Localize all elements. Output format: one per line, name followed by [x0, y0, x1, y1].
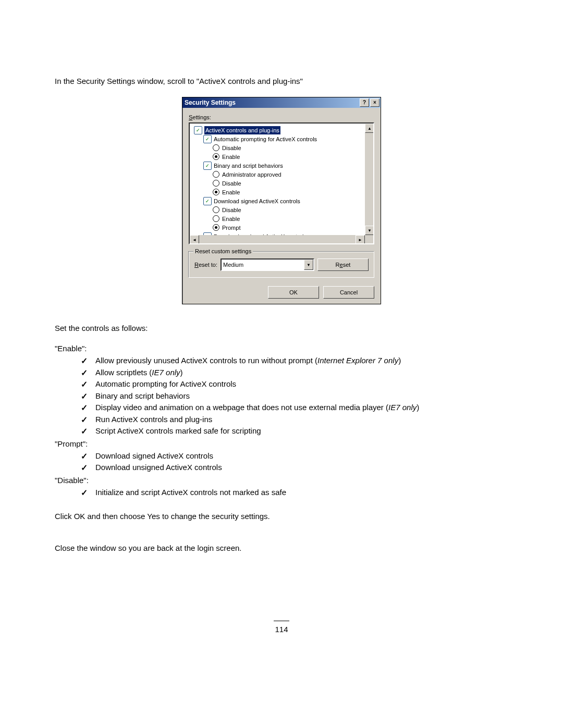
close-button[interactable]: ×	[370, 98, 380, 107]
tree-category[interactable]: Automatic prompting for ActiveX controls	[194, 134, 372, 143]
scroll-up-button[interactable]: ▲	[365, 124, 374, 133]
reset-button[interactable]: Reset	[317, 258, 369, 271]
dialog-titlebar: Security Settings ? ×	[182, 97, 381, 108]
tree-root-label: ActiveX controls and plug-ins	[204, 126, 280, 134]
radio-icon	[213, 144, 219, 151]
close-window-text: Close the window so you are back at the …	[55, 542, 508, 553]
list-item: Script ActiveX controls marked safe for …	[81, 425, 508, 437]
settings-label: Settings:	[189, 114, 374, 120]
disable-list: Initialize and script ActiveX controls n…	[55, 487, 508, 499]
tree-category[interactable]: Download signed ActiveX controls	[194, 196, 372, 205]
radio-icon	[213, 189, 219, 195]
radio-option[interactable]: Disable	[194, 205, 372, 214]
intro-text: In the Security Settings window, scroll …	[55, 76, 508, 87]
settings-tree[interactable]: ActiveX controls and plug-ins Automatic …	[189, 122, 374, 244]
tree-category[interactable]: ActiveX controls and plug-ins	[194, 126, 372, 134]
radio-option[interactable]: Enable	[194, 214, 372, 223]
tree-label: Automatic prompting for ActiveX controls	[214, 135, 317, 143]
page-number: 114	[275, 625, 288, 634]
gear-icon	[194, 126, 202, 134]
radio-option[interactable]: Disable	[194, 143, 372, 152]
disable-heading: "Disable":	[55, 476, 508, 485]
cancel-button[interactable]: Cancel	[323, 286, 374, 299]
ok-button[interactable]: OK	[268, 286, 319, 299]
reset-fieldset: Reset custom settings Reset to: Medium ▼…	[189, 252, 374, 278]
dialog-title: Security Settings	[185, 99, 359, 106]
help-button[interactable]: ?	[360, 98, 369, 107]
radio-icon	[213, 215, 219, 222]
radio-icon	[213, 171, 219, 178]
combo-value: Medium	[223, 262, 243, 268]
click-ok-text: Click OK and then choose Yes to change t…	[55, 511, 508, 522]
list-item: Download signed ActiveX controls	[81, 450, 508, 462]
prompt-list: Download signed ActiveX controls Downloa…	[55, 450, 508, 474]
tree-label: Binary and script behaviors	[214, 162, 283, 170]
security-settings-dialog: Security Settings ? × Settings: ActiveX …	[182, 97, 381, 304]
list-item: Run ActiveX controls and plug-ins	[81, 414, 508, 426]
gear-icon	[203, 197, 212, 205]
enable-heading: "Enable":	[55, 344, 508, 353]
list-item: Allow previously unused ActiveX controls…	[81, 355, 508, 367]
scroll-down-button[interactable]: ▼	[365, 226, 374, 235]
list-item: Display video and animation on a webpage…	[81, 402, 508, 414]
radio-icon	[213, 224, 219, 231]
radio-option[interactable]: Enable	[194, 188, 372, 196]
chevron-down-icon[interactable]: ▼	[304, 260, 313, 270]
tree-label: Download signed ActiveX controls	[214, 197, 300, 205]
reset-to-label: Reset to:	[194, 262, 217, 268]
prompt-heading: "Prompt":	[55, 439, 508, 448]
gear-icon	[203, 162, 212, 170]
radio-icon	[213, 180, 219, 187]
gear-icon	[203, 135, 212, 143]
radio-icon	[213, 153, 219, 160]
reset-to-combobox[interactable]: Medium ▼	[221, 258, 314, 271]
horizontal-scrollbar[interactable]: ◄ ►	[190, 235, 373, 243]
list-item: Automatic prompting for ActiveX controls	[81, 378, 508, 390]
list-item: Allow scriptlets (IE7 only)	[81, 367, 508, 379]
radio-option[interactable]: Administrator approved	[194, 170, 372, 179]
radio-option[interactable]: Disable	[194, 179, 372, 188]
set-controls-text: Set the controls as follows:	[55, 323, 508, 334]
enable-list: Allow previously unused ActiveX controls…	[55, 355, 508, 437]
vertical-scrollbar[interactable]: ▲ ▼	[365, 124, 373, 235]
scroll-left-button[interactable]: ◄	[190, 235, 199, 244]
list-item: Binary and script behaviors	[81, 390, 508, 402]
page-footer: 114	[55, 616, 508, 634]
list-item: Download unsigned ActiveX controls	[81, 462, 508, 474]
tree-category[interactable]: Binary and script behaviors	[194, 161, 372, 170]
radio-icon	[213, 206, 219, 213]
radio-option[interactable]: Enable	[194, 152, 372, 161]
radio-option[interactable]: Prompt	[194, 223, 372, 232]
list-item: Initialize and script ActiveX controls n…	[81, 487, 508, 499]
scroll-right-button[interactable]: ►	[356, 235, 365, 244]
fieldset-legend: Reset custom settings	[193, 248, 253, 254]
